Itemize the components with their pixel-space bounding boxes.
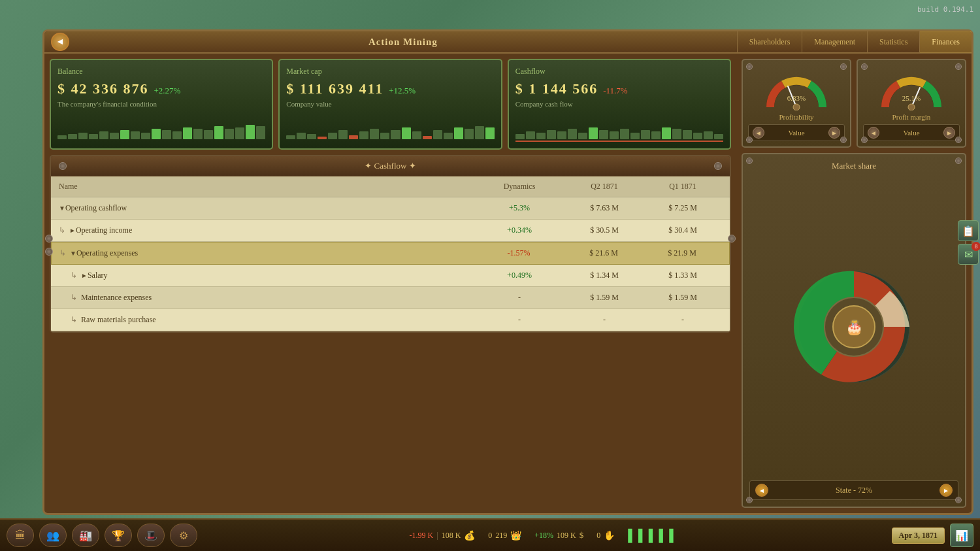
- chart-bar: [57, 135, 67, 139]
- main-panel: ◄ Action Mining Shareholders Management …: [42, 29, 973, 515]
- marketcap-title: Market cap: [286, 67, 494, 76]
- bottom-btn-temple[interactable]: 🏛: [7, 524, 34, 547]
- screw: [955, 497, 962, 503]
- table-row[interactable]: ↳ Raw materials purchase - - -: [51, 309, 730, 331]
- screw: [861, 63, 868, 70]
- chart-bar: [599, 130, 608, 139]
- svg-text:6.83%: 6.83%: [787, 94, 806, 102]
- row-q2: $ 1.59 M: [565, 293, 644, 303]
- screw: [955, 158, 962, 164]
- chart-bar: [402, 127, 411, 139]
- screw-tl: [59, 162, 67, 170]
- chart-bar: [152, 129, 161, 139]
- market-share-card: Market share: [742, 153, 966, 508]
- stat-progress: ▌▌▌▌▌: [628, 529, 679, 543]
- calendar-button[interactable]: 📊: [950, 524, 973, 547]
- bottom-btn-hat[interactable]: 🎩: [137, 524, 165, 547]
- chart-bar: [246, 125, 255, 139]
- row-q1: $ 30.4 M: [644, 225, 722, 235]
- expand-icon: ►: [81, 272, 88, 279]
- chart-bar: [78, 133, 88, 139]
- chart-bar: [110, 133, 119, 139]
- bottom-btn-factory[interactable]: 🏭: [72, 524, 99, 547]
- chart-bar: [359, 131, 368, 139]
- table-row[interactable]: ↳ ▼ Operating expenses -1.57% $ 21.6 M $…: [51, 242, 730, 265]
- back-button[interactable]: ◄: [51, 33, 69, 51]
- tab-management[interactable]: Management: [802, 31, 867, 53]
- table-row[interactable]: ▼ Operating cashflow +5.3% $ 7.63 M $ 7.…: [51, 197, 730, 220]
- row-q2: -: [565, 315, 644, 325]
- stat-neg-value: -1.99 K: [410, 531, 434, 541]
- chart-bar: [131, 131, 140, 139]
- tab-statistics[interactable]: Statistics: [867, 31, 919, 53]
- expand-icon: ►: [69, 227, 76, 234]
- row-dynamics: +5.3%: [474, 203, 565, 213]
- content-area: Balance $ 42 336 876 +2.27% The company'…: [44, 54, 972, 513]
- marketcap-value-row: $ 111 639 411 +12.5%: [286, 80, 494, 97]
- gauge-controls: ◄ Value ►: [863, 124, 960, 141]
- profit-margin-gauge: 25.1% Profit margin ◄ Value ►: [857, 59, 966, 148]
- col-name: Name: [59, 182, 474, 192]
- chart-bar: [557, 131, 566, 139]
- screw: [728, 235, 731, 242]
- stats-icon-button[interactable]: 📋: [958, 220, 979, 241]
- bottom-btn-gear[interactable]: ⚙: [170, 524, 197, 547]
- row-q2: $ 1.34 M: [565, 271, 644, 280]
- cashflow-chart: [515, 113, 723, 139]
- balance-change: +2.27%: [154, 86, 181, 96]
- gauge-prev-button[interactable]: ◄: [868, 127, 879, 139]
- table-row[interactable]: ↳ Maintenance expenses - $ 1.59 M $ 1.59…: [51, 287, 730, 309]
- table-row[interactable]: ↳ ► Operating income +0.34% $ 30.5 M $ 3…: [51, 220, 730, 242]
- expand-icon: ▼: [70, 250, 76, 257]
- market-next-button[interactable]: ►: [939, 484, 953, 497]
- bottom-btn-trophy[interactable]: 🏆: [105, 524, 132, 547]
- cashflow-section: ✦ Cashflow ✦ Name Dynamics Q2 1871 Q1 18…: [50, 155, 731, 333]
- chart-bar: [536, 133, 546, 139]
- cashflow-table[interactable]: Name Dynamics Q2 1871 Q1 1871 ▼ Operatin…: [51, 176, 730, 331]
- mail-icon-button[interactable]: ✉ 8: [958, 244, 979, 265]
- gauge-prev-button[interactable]: ◄: [753, 127, 764, 139]
- chart-bar: [256, 126, 265, 139]
- stat-sep: |: [436, 531, 438, 541]
- chart-bar: [485, 127, 495, 139]
- stat-value: 0: [596, 531, 600, 541]
- table-header: Name Dynamics Q2 1871 Q1 1871: [51, 176, 730, 197]
- chart-bar: [454, 127, 463, 139]
- row-name: ↳ ► Operating income: [59, 225, 474, 235]
- chart-bar: [297, 133, 306, 139]
- stat-population: 0 219 👑: [488, 530, 521, 541]
- marketcap-desc: Company value: [286, 100, 494, 108]
- screw: [50, 235, 53, 242]
- cashflow-desc: Company cash flow: [515, 100, 723, 108]
- bottom-btn-people[interactable]: 👥: [39, 524, 67, 547]
- stat-market: +18% 109 K $: [534, 530, 583, 541]
- gauge-label: Profit margin: [863, 113, 960, 121]
- chart-bar: [444, 133, 453, 139]
- gauge-next-button[interactable]: ►: [828, 127, 840, 139]
- chart-bar: [620, 129, 629, 139]
- cashflow-section-label: ✦ Cashflow ✦: [365, 161, 416, 171]
- row-dynamics: +0.34%: [474, 225, 565, 235]
- row-q2: $ 30.5 M: [565, 225, 644, 235]
- tab-shareholders[interactable]: Shareholders: [737, 31, 802, 53]
- left-area: Balance $ 42 336 876 +2.27% The company'…: [44, 54, 736, 513]
- nav-tabs: Shareholders Management Statistics Finan…: [737, 31, 972, 53]
- chart-bar: [423, 136, 432, 139]
- gauge-btn-label: Value: [903, 129, 919, 137]
- table-row[interactable]: ↳ ► Salary +0.49% $ 1.34 M $ 1.33 M: [51, 265, 730, 287]
- balance-value-row: $ 42 336 876 +2.27%: [57, 80, 265, 97]
- balance-chart: [57, 113, 265, 139]
- chart-bar: [162, 130, 171, 139]
- gauge-next-button[interactable]: ►: [943, 127, 955, 139]
- tab-finances[interactable]: Finances: [919, 31, 972, 53]
- sub-icon: ↳: [71, 293, 77, 303]
- market-prev-button[interactable]: ◄: [755, 484, 768, 497]
- cashflow-change: -11.7%: [603, 86, 627, 96]
- chart-bar: [99, 131, 108, 139]
- chart-bar: [338, 130, 348, 139]
- col-dynamics: Dynamics: [474, 182, 565, 192]
- stat-cards: Balance $ 42 336 876 +2.27% The company'…: [50, 59, 731, 150]
- col-q1: Q1 1871: [644, 182, 722, 192]
- sub-icon: ↳: [59, 248, 66, 258]
- screw-tr: [714, 162, 722, 170]
